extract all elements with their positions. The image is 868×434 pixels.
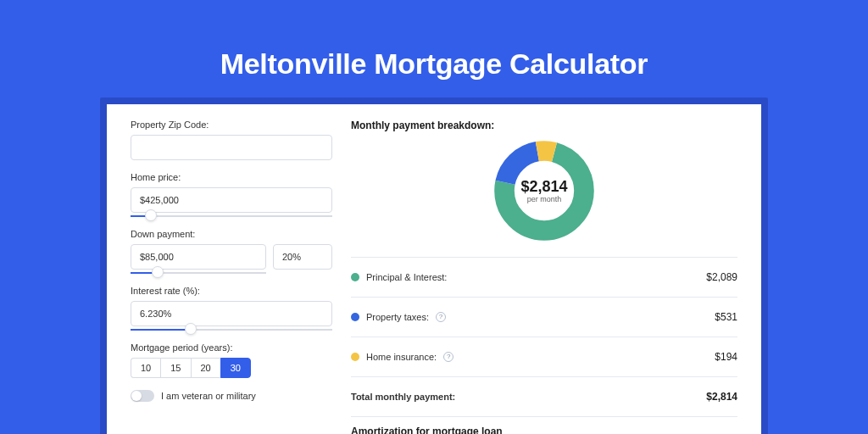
total-row: Total monthly payment: $2,814 bbox=[351, 384, 737, 409]
divider bbox=[351, 257, 737, 258]
home-price-label: Home price: bbox=[131, 172, 332, 182]
interest-rate-input[interactable] bbox=[131, 301, 332, 326]
donut-center-sub: per month bbox=[527, 195, 562, 203]
down-percent-input[interactable] bbox=[273, 244, 332, 270]
period-option-10[interactable]: 10 bbox=[131, 358, 160, 378]
home-price-input[interactable] bbox=[131, 187, 332, 213]
total-label: Total monthly payment: bbox=[351, 392, 455, 402]
legend-row: Property taxes:?$531 bbox=[351, 304, 737, 330]
donut-chart: $2,814 per month bbox=[492, 138, 597, 243]
page-title: Meltonville Mortgage Calculator bbox=[100, 47, 768, 81]
zip-label: Property Zip Code: bbox=[131, 120, 332, 130]
down-payment-label: Down payment: bbox=[131, 229, 332, 239]
down-payment-group: Down payment: bbox=[131, 229, 332, 274]
period-option-30[interactable]: 30 bbox=[220, 358, 251, 378]
legend-dot-icon bbox=[351, 273, 359, 281]
legend-text: Principal & Interest: bbox=[366, 272, 447, 282]
legend-dot-icon bbox=[351, 313, 359, 321]
legend-row: Home insurance:?$194 bbox=[351, 344, 737, 370]
divider bbox=[351, 297, 737, 298]
down-slider[interactable] bbox=[131, 272, 266, 274]
veteran-toggle[interactable] bbox=[131, 390, 154, 402]
divider bbox=[351, 337, 737, 337]
rate-slider[interactable] bbox=[131, 329, 332, 331]
zip-input[interactable] bbox=[131, 135, 332, 160]
legend-label: Principal & Interest: bbox=[351, 272, 447, 282]
donut-center-amount: $2,814 bbox=[520, 178, 567, 196]
divider bbox=[351, 376, 737, 377]
panel-shadow: Property Zip Code: Home price: Down paym… bbox=[100, 97, 768, 434]
period-option-20[interactable]: 20 bbox=[191, 358, 220, 378]
down-amount-input[interactable] bbox=[131, 244, 266, 270]
down-slider-thumb[interactable] bbox=[152, 266, 164, 278]
period-option-15[interactable]: 15 bbox=[160, 358, 190, 378]
veteran-label: I am veteran or military bbox=[161, 391, 256, 401]
info-icon[interactable]: ? bbox=[443, 352, 453, 362]
legend-row: Principal & Interest:$2,089 bbox=[351, 264, 737, 290]
home-price-slider-thumb[interactable] bbox=[145, 209, 157, 221]
rate-slider-fill bbox=[131, 329, 191, 331]
interest-rate-group: Interest rate (%): bbox=[131, 286, 332, 331]
amortization-section: Amortization for mortgage loan Amortizat… bbox=[351, 426, 737, 434]
legend-text: Property taxes: bbox=[366, 312, 429, 322]
divider bbox=[351, 416, 737, 417]
total-value: $2,814 bbox=[706, 391, 737, 403]
breakdown-title: Monthly payment breakdown: bbox=[351, 120, 737, 131]
home-price-slider[interactable] bbox=[131, 215, 332, 217]
breakdown-column: Monthly payment breakdown: $2,814 per mo… bbox=[351, 120, 737, 434]
period-segmented-control: 10152030 bbox=[131, 358, 332, 378]
legend-value: $194 bbox=[715, 351, 737, 363]
veteran-row: I am veteran or military bbox=[131, 390, 332, 402]
period-group: Mortgage period (years): 10152030 bbox=[131, 342, 332, 378]
home-price-group: Home price: bbox=[131, 172, 332, 217]
legend-dot-icon bbox=[351, 353, 359, 361]
legend-label: Property taxes:? bbox=[351, 312, 446, 322]
rate-slider-thumb[interactable] bbox=[185, 323, 197, 335]
inputs-column: Property Zip Code: Home price: Down paym… bbox=[131, 120, 332, 434]
donut-center: $2,814 per month bbox=[492, 138, 597, 243]
legend-label: Home insurance:? bbox=[351, 352, 453, 362]
legend-text: Home insurance: bbox=[366, 352, 437, 362]
donut-chart-wrap: $2,814 per month bbox=[351, 138, 737, 243]
zip-group: Property Zip Code: bbox=[131, 120, 332, 160]
period-label: Mortgage period (years): bbox=[131, 342, 332, 353]
calculator-panel: Property Zip Code: Home price: Down paym… bbox=[107, 104, 761, 434]
amortization-title: Amortization for mortgage loan bbox=[351, 426, 737, 434]
interest-rate-label: Interest rate (%): bbox=[131, 286, 332, 296]
legend-value: $531 bbox=[715, 311, 737, 323]
info-icon[interactable]: ? bbox=[436, 312, 446, 322]
legend-value: $2,089 bbox=[706, 271, 737, 283]
